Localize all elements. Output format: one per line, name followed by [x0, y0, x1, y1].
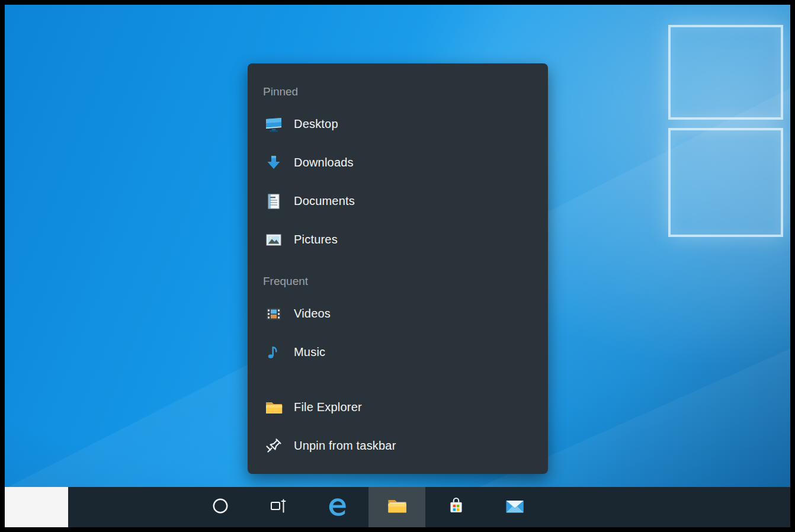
jumplist-item-label: Music	[294, 345, 325, 359]
jumplist-item-desktop[interactable]: Desktop	[248, 105, 548, 143]
file-explorer-folder-icon	[264, 398, 283, 417]
music-note-icon	[264, 343, 283, 362]
desktop-wallpaper: Pinned Desktop	[5, 5, 790, 487]
jumplist-item-label: Desktop	[294, 117, 338, 131]
jumplist-separator-gap	[248, 371, 548, 388]
jumplist-item-label: Unpin from taskbar	[294, 439, 396, 453]
edge-icon	[326, 496, 349, 518]
taskbar-search-box[interactable]	[5, 487, 68, 527]
task-view-icon	[269, 496, 288, 518]
unpin-icon	[264, 437, 283, 456]
jumplist-item-videos[interactable]: Videos	[248, 294, 548, 333]
cortana-button[interactable]	[202, 487, 239, 527]
jumplist-item-label: Pictures	[294, 233, 338, 246]
jumplist-item-file-explorer[interactable]: File Explorer	[248, 388, 548, 427]
store-button[interactable]	[438, 487, 475, 527]
mail-button[interactable]	[496, 487, 533, 527]
file-explorer-button[interactable]	[368, 487, 425, 527]
edge-button[interactable]	[319, 487, 356, 527]
video-icon	[264, 305, 283, 323]
jumplist-section-frequent: Frequent	[248, 268, 548, 294]
windows-logo-pane-top	[668, 25, 783, 120]
jumplist-item-label: Documents	[294, 194, 355, 208]
document-icon	[264, 192, 283, 211]
jumplist-item-pictures[interactable]: Pictures	[248, 220, 548, 259]
jumplist-item-unpin[interactable]: Unpin from taskbar	[248, 427, 548, 465]
jumplist-section-pinned: Pinned	[248, 79, 548, 105]
screenshot-frame: Pinned Desktop	[0, 0, 795, 532]
picture-icon	[264, 230, 283, 249]
jumplist-item-label: File Explorer	[294, 400, 362, 414]
cortana-circle-icon	[211, 497, 229, 517]
jumplist-item-downloads[interactable]: Downloads	[248, 143, 548, 182]
jumplist-item-documents[interactable]: Documents	[248, 182, 548, 220]
microsoft-store-icon	[446, 496, 466, 518]
windows-logo-pane-bottom	[668, 128, 783, 237]
taskbar	[5, 487, 790, 527]
jumplist-item-label: Downloads	[294, 156, 354, 169]
file-explorer-jumplist: Pinned Desktop	[248, 63, 548, 474]
desktop-icon	[264, 115, 283, 134]
file-explorer-icon	[386, 495, 408, 519]
task-view-button[interactable]	[260, 487, 297, 527]
mail-icon	[504, 495, 525, 519]
jumplist-item-music[interactable]: Music	[248, 333, 548, 371]
download-arrow-icon	[264, 153, 283, 172]
jumplist-item-label: Videos	[294, 307, 331, 321]
